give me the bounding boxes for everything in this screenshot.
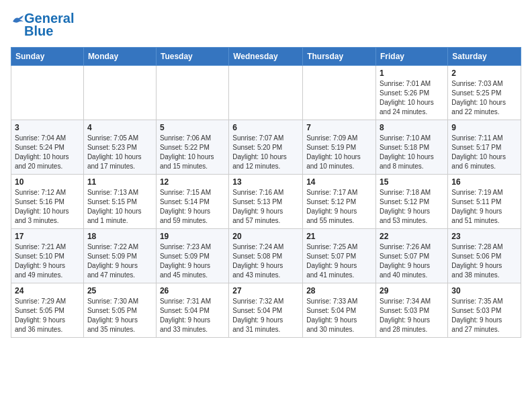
calendar-week-row: 10Sunrise: 7:12 AM Sunset: 5:16 PM Dayli… xyxy=(11,175,521,229)
day-info: Sunrise: 7:05 AM Sunset: 5:23 PM Dayligh… xyxy=(87,134,152,171)
day-number: 18 xyxy=(87,232,152,241)
calendar-day-cell: 1Sunrise: 7:01 AM Sunset: 5:26 PM Daylig… xyxy=(376,66,448,120)
weekday-header-cell: Sunday xyxy=(11,48,84,66)
header: General Blue xyxy=(11,11,521,39)
day-info: Sunrise: 7:30 AM Sunset: 5:05 PM Dayligh… xyxy=(87,297,152,334)
day-number: 21 xyxy=(306,232,372,241)
calendar-day-cell: 12Sunrise: 7:15 AM Sunset: 5:14 PM Dayli… xyxy=(156,175,228,229)
day-number: 8 xyxy=(380,123,444,132)
day-number: 6 xyxy=(232,123,299,132)
day-number: 29 xyxy=(380,286,444,295)
day-info: Sunrise: 7:13 AM Sunset: 5:15 PM Dayligh… xyxy=(87,188,152,226)
calendar-day-cell: 4Sunrise: 7:05 AM Sunset: 5:23 PM Daylig… xyxy=(83,120,156,175)
day-info: Sunrise: 7:28 AM Sunset: 5:06 PM Dayligh… xyxy=(451,242,517,280)
day-info: Sunrise: 7:03 AM Sunset: 5:25 PM Dayligh… xyxy=(451,79,517,117)
day-number: 19 xyxy=(160,232,225,241)
day-info: Sunrise: 7:21 AM Sunset: 5:10 PM Dayligh… xyxy=(15,242,80,280)
day-number: 25 xyxy=(87,286,152,295)
calendar-day-cell: 3Sunrise: 7:04 AM Sunset: 5:24 PM Daylig… xyxy=(11,120,84,175)
day-number: 10 xyxy=(15,177,80,187)
day-number: 17 xyxy=(15,232,80,241)
day-number: 4 xyxy=(87,123,152,132)
calendar-day-cell: 16Sunrise: 7:19 AM Sunset: 5:11 PM Dayli… xyxy=(448,175,521,229)
day-number: 26 xyxy=(160,286,225,295)
weekday-header-cell: Monday xyxy=(83,48,156,66)
day-number: 30 xyxy=(451,286,517,295)
day-info: Sunrise: 7:07 AM Sunset: 5:20 PM Dayligh… xyxy=(232,134,299,171)
day-info: Sunrise: 7:04 AM Sunset: 5:24 PM Dayligh… xyxy=(15,134,80,171)
calendar-day-cell: 30Sunrise: 7:35 AM Sunset: 5:03 PM Dayli… xyxy=(448,283,521,338)
calendar-day-cell: 8Sunrise: 7:10 AM Sunset: 5:18 PM Daylig… xyxy=(376,120,448,175)
day-info: Sunrise: 7:16 AM Sunset: 5:13 PM Dayligh… xyxy=(232,188,299,226)
calendar-day-cell: 21Sunrise: 7:25 AM Sunset: 5:07 PM Dayli… xyxy=(303,229,376,283)
day-info: Sunrise: 7:17 AM Sunset: 5:12 PM Dayligh… xyxy=(306,188,372,226)
day-number: 24 xyxy=(15,286,80,295)
day-number: 1 xyxy=(380,68,444,78)
day-number: 13 xyxy=(232,177,299,187)
day-info: Sunrise: 7:25 AM Sunset: 5:07 PM Dayligh… xyxy=(306,242,372,280)
calendar-week-row: 1Sunrise: 7:01 AM Sunset: 5:26 PM Daylig… xyxy=(11,66,521,120)
day-info: Sunrise: 7:23 AM Sunset: 5:09 PM Dayligh… xyxy=(160,242,225,280)
day-number: 22 xyxy=(380,232,444,241)
calendar-week-row: 17Sunrise: 7:21 AM Sunset: 5:10 PM Dayli… xyxy=(11,229,521,283)
weekday-header-cell: Wednesday xyxy=(229,48,303,66)
day-info: Sunrise: 7:10 AM Sunset: 5:18 PM Dayligh… xyxy=(380,134,444,171)
calendar-day-cell: 18Sunrise: 7:22 AM Sunset: 5:09 PM Dayli… xyxy=(83,229,156,283)
day-info: Sunrise: 7:22 AM Sunset: 5:09 PM Dayligh… xyxy=(87,242,152,280)
calendar-day-cell: 27Sunrise: 7:32 AM Sunset: 5:04 PM Dayli… xyxy=(229,283,303,338)
calendar-day-cell xyxy=(11,66,84,120)
day-number: 12 xyxy=(160,177,225,187)
calendar-day-cell: 24Sunrise: 7:29 AM Sunset: 5:05 PM Dayli… xyxy=(11,283,84,338)
calendar-day-cell: 17Sunrise: 7:21 AM Sunset: 5:10 PM Dayli… xyxy=(11,229,84,283)
day-info: Sunrise: 7:26 AM Sunset: 5:07 PM Dayligh… xyxy=(380,242,444,280)
calendar-week-row: 24Sunrise: 7:29 AM Sunset: 5:05 PM Dayli… xyxy=(11,283,521,338)
day-number: 27 xyxy=(232,286,299,295)
calendar-day-cell: 14Sunrise: 7:17 AM Sunset: 5:12 PM Dayli… xyxy=(303,175,376,229)
calendar-day-cell: 28Sunrise: 7:33 AM Sunset: 5:04 PM Dayli… xyxy=(303,283,376,338)
day-number: 9 xyxy=(451,123,517,132)
day-number: 14 xyxy=(306,177,372,187)
day-number: 28 xyxy=(306,286,372,295)
calendar-body: 1Sunrise: 7:01 AM Sunset: 5:26 PM Daylig… xyxy=(11,66,521,338)
logo-blue: Blue xyxy=(24,24,53,39)
calendar-day-cell xyxy=(303,66,376,120)
calendar-day-cell: 23Sunrise: 7:28 AM Sunset: 5:06 PM Dayli… xyxy=(448,229,521,283)
day-info: Sunrise: 7:01 AM Sunset: 5:26 PM Dayligh… xyxy=(380,79,444,117)
calendar-day-cell: 19Sunrise: 7:23 AM Sunset: 5:09 PM Dayli… xyxy=(156,229,228,283)
calendar-day-cell: 22Sunrise: 7:26 AM Sunset: 5:07 PM Dayli… xyxy=(376,229,448,283)
weekday-header-cell: Saturday xyxy=(448,48,521,66)
day-number: 7 xyxy=(306,123,372,132)
calendar-day-cell: 26Sunrise: 7:31 AM Sunset: 5:04 PM Dayli… xyxy=(156,283,228,338)
calendar-week-row: 3Sunrise: 7:04 AM Sunset: 5:24 PM Daylig… xyxy=(11,120,521,175)
logo: General Blue xyxy=(11,11,74,39)
calendar-day-cell xyxy=(229,66,303,120)
day-number: 3 xyxy=(15,123,80,132)
day-number: 5 xyxy=(160,123,225,132)
weekday-header-cell: Tuesday xyxy=(156,48,228,66)
logo-bird-icon xyxy=(12,14,24,24)
day-info: Sunrise: 7:33 AM Sunset: 5:04 PM Dayligh… xyxy=(306,297,372,334)
day-info: Sunrise: 7:11 AM Sunset: 5:17 PM Dayligh… xyxy=(451,134,517,171)
calendar-day-cell: 7Sunrise: 7:09 AM Sunset: 5:19 PM Daylig… xyxy=(303,120,376,175)
day-info: Sunrise: 7:09 AM Sunset: 5:19 PM Dayligh… xyxy=(306,134,372,171)
day-info: Sunrise: 7:12 AM Sunset: 5:16 PM Dayligh… xyxy=(15,188,80,226)
calendar-day-cell xyxy=(156,66,228,120)
day-number: 2 xyxy=(451,68,517,78)
calendar-table: SundayMondayTuesdayWednesdayThursdayFrid… xyxy=(11,47,521,338)
day-info: Sunrise: 7:18 AM Sunset: 5:12 PM Dayligh… xyxy=(380,188,444,226)
day-number: 11 xyxy=(87,177,152,187)
weekday-header-cell: Thursday xyxy=(303,48,376,66)
day-info: Sunrise: 7:15 AM Sunset: 5:14 PM Dayligh… xyxy=(160,188,225,226)
day-number: 20 xyxy=(232,232,299,241)
calendar-day-cell: 5Sunrise: 7:06 AM Sunset: 5:22 PM Daylig… xyxy=(156,120,228,175)
weekday-header-row: SundayMondayTuesdayWednesdayThursdayFrid… xyxy=(11,48,521,66)
calendar-day-cell: 11Sunrise: 7:13 AM Sunset: 5:15 PM Dayli… xyxy=(83,175,156,229)
day-number: 16 xyxy=(451,177,517,187)
day-number: 23 xyxy=(451,232,517,241)
day-info: Sunrise: 7:32 AM Sunset: 5:04 PM Dayligh… xyxy=(232,297,299,334)
day-info: Sunrise: 7:19 AM Sunset: 5:11 PM Dayligh… xyxy=(451,188,517,226)
day-info: Sunrise: 7:24 AM Sunset: 5:08 PM Dayligh… xyxy=(232,242,299,280)
calendar-day-cell: 25Sunrise: 7:30 AM Sunset: 5:05 PM Dayli… xyxy=(83,283,156,338)
day-info: Sunrise: 7:34 AM Sunset: 5:03 PM Dayligh… xyxy=(380,297,444,334)
calendar-day-cell: 9Sunrise: 7:11 AM Sunset: 5:17 PM Daylig… xyxy=(448,120,521,175)
